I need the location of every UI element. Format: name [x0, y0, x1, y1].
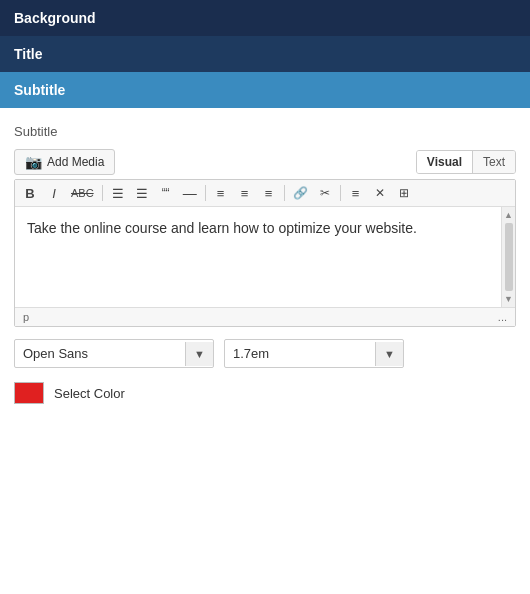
link-button[interactable]: 🔗 — [289, 184, 312, 202]
title-header: Title — [0, 36, 530, 72]
editor-statusbar: p ... — [15, 307, 515, 326]
color-swatch[interactable] — [14, 382, 44, 404]
font-family-control: Open Sans Arial Georgia Verdana Times Ne… — [14, 339, 214, 368]
toolbar-sep-2 — [205, 185, 206, 201]
scroll-up-arrow[interactable]: ▲ — [504, 209, 513, 221]
italic-button[interactable]: I — [43, 184, 65, 203]
select-color-button[interactable]: Select Color — [54, 386, 125, 401]
add-media-icon: 📷 — [25, 154, 42, 170]
toolbar-sep-3 — [284, 185, 285, 201]
justify-button[interactable]: ≡ — [345, 184, 367, 203]
table-button[interactable]: ⊞ — [393, 184, 415, 202]
visual-text-tabs: Visual Text — [416, 150, 516, 174]
bold-button[interactable]: B — [19, 184, 41, 203]
background-label: Background — [14, 10, 96, 26]
add-media-label: Add Media — [47, 155, 104, 169]
editor-text-area[interactable]: Take the online course and learn how to … — [15, 207, 515, 307]
editor-content: Take the online course and learn how to … — [27, 220, 417, 236]
strikethrough-button[interactable]: ABC — [67, 185, 98, 201]
subtitle-header: Subtitle — [0, 72, 530, 108]
toolbar-sep-1 — [102, 185, 103, 201]
font-family-chevron[interactable]: ▼ — [185, 342, 213, 366]
font-size-chevron[interactable]: ▼ — [375, 342, 403, 366]
scroll-down-arrow[interactable]: ▼ — [504, 293, 513, 305]
font-size-controls: Open Sans Arial Georgia Verdana Times Ne… — [14, 339, 516, 368]
align-left-button[interactable]: ≡ — [210, 184, 232, 203]
ordered-list-button[interactable]: ☰ — [131, 184, 153, 203]
blockquote-button[interactable]: ““ — [155, 184, 177, 202]
align-center-button[interactable]: ≡ — [234, 184, 256, 203]
background-header: Background — [0, 0, 530, 36]
font-size-control: 1.0em 1.2em 1.4em 1.5em 1.7em 2.0em 2.5e… — [224, 339, 404, 368]
font-family-select[interactable]: Open Sans Arial Georgia Verdana Times Ne… — [15, 340, 185, 367]
editor-status-dots: ... — [498, 311, 507, 323]
editor-scrollbar[interactable]: ▲ ▼ — [501, 207, 515, 307]
font-size-select[interactable]: 1.0em 1.2em 1.4em 1.5em 1.7em 2.0em 2.5e… — [225, 340, 375, 367]
title-label: Title — [14, 46, 43, 62]
unordered-list-button[interactable]: ☰ — [107, 184, 129, 203]
remove-format-button[interactable]: ✕ — [369, 184, 391, 202]
toolbar-sep-4 — [340, 185, 341, 201]
main-content: Subtitle 📷 Add Media Visual Text B I ABC… — [0, 108, 530, 420]
color-row: Select Color — [14, 382, 516, 404]
editor-body-row: Take the online course and learn how to … — [15, 207, 515, 307]
unlink-button[interactable]: ✂ — [314, 184, 336, 202]
hr-button[interactable]: — — [179, 183, 201, 203]
align-right-button[interactable]: ≡ — [258, 184, 280, 203]
tab-visual[interactable]: Visual — [417, 151, 473, 173]
format-toolbar: B I ABC ☰ ☰ ““ — ≡ ≡ ≡ 🔗 ✂ ≡ ✕ ⊞ — [15, 180, 515, 207]
editor-tag-p: p — [23, 311, 29, 323]
tab-text[interactable]: Text — [473, 151, 515, 173]
editor-wrapper: B I ABC ☰ ☰ ““ — ≡ ≡ ≡ 🔗 ✂ ≡ ✕ ⊞ Take th… — [14, 179, 516, 327]
media-tabs-row: 📷 Add Media Visual Text — [14, 149, 516, 175]
scroll-thumb[interactable] — [505, 223, 513, 291]
subtitle-field-label: Subtitle — [14, 124, 516, 139]
subtitle-header-label: Subtitle — [14, 82, 65, 98]
add-media-button[interactable]: 📷 Add Media — [14, 149, 115, 175]
